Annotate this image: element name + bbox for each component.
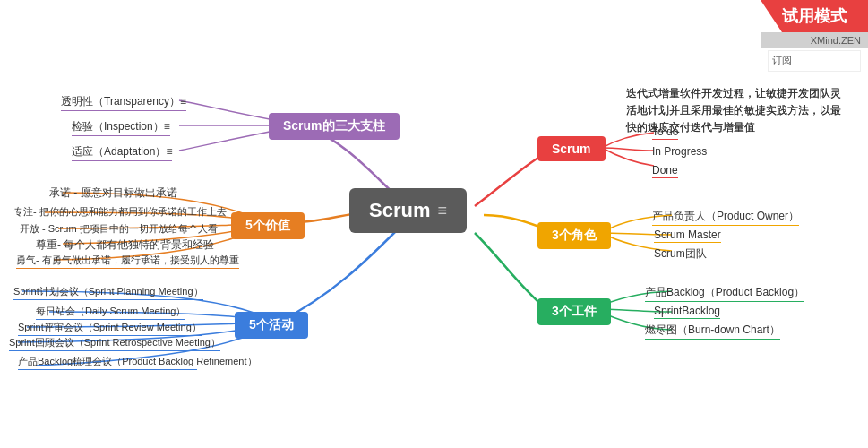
info-text: 迭代式增量软件开发过程，让敏捷开发团队灵活地计划并且采用最佳的敏捷实践方法，以最… [626,87,841,134]
leaf-sprint-retro: Sprint回顾会议（Sprint Retrospective Meeting） [9,336,220,351]
leaf-scrum-master: Scrum Master [654,228,721,243]
branch-three-pillars-label: Scrum的三大支柱 [283,118,385,133]
branch-five-values: 5个价值 [231,212,305,239]
leaf-commitment: 承诺 - 愿意对目标做出承诺 [49,185,177,202]
trial-action-box[interactable]: 订阅 [768,50,861,72]
leaf-focus: 专注- 把你的心思和能力都用到你承诺的工作上去 [13,205,227,220]
branch-three-artifacts: 3个工件 [537,298,611,325]
leaf-product-owner: 产品负责人（Product Owner） [652,209,799,226]
branch-five-activities-label: 5个活动 [249,317,294,332]
leaf-daily-scrum: 每日站会（Daily Scrum Meeting） [36,305,185,320]
leaf-done: Done [652,164,678,178]
branch-five-activities: 5个活动 [235,312,308,339]
leaf-scrum-team: Scrum团队 [654,246,707,263]
leaf-courage: 勇气- 有勇气做出承诺，履行承诺，接受别人的尊重 [16,254,239,269]
leaf-burndown: 燃尽图（Burn-down Chart） [645,323,780,340]
leaf-inspection: 检验（Inspection）≡ [72,119,170,136]
leaf-sprint-backlog: SprintBacklog [654,305,720,319]
leaf-open: 开放 - Scrum 把项目中的一切开放给每个人看 [20,222,218,237]
branch-three-roles-label: 3个角色 [552,228,597,242]
leaf-product-backlog: 产品Backlog（Product Backlog） [645,285,804,302]
leaf-respect: 尊重- 每个人都有他独特的背景和经验 [36,237,214,254]
trial-action[interactable]: 订阅 [769,55,792,65]
trial-subtext: XMind.ZEN [761,32,868,48]
leaf-sprint-planning: Sprint计划会议（Sprint Planning Meeting） [13,285,203,300]
central-label: Scrum [369,199,430,222]
trial-text: 试用模式 [761,0,868,32]
branch-three-artifacts-label: 3个工件 [552,304,597,318]
branch-scrum-label: Scrum [552,142,591,156]
branch-three-roles: 3个角色 [537,222,611,249]
info-box: 迭代式增量软件开发过程，让敏捷开发团队灵活地计划并且采用最佳的敏捷实践方法，以最… [626,85,850,137]
central-icon: ≡ [437,202,447,220]
central-node: Scrum ≡ [349,188,467,233]
leaf-adaptation: 适应（Adaptation）≡ [72,144,172,161]
branch-scrum: Scrum [537,136,606,161]
leaf-sprint-review: Sprint评审会议（Sprint Review Meeting） [18,321,202,336]
trial-badge: 试用模式 XMind.ZEN 订阅 [761,0,868,54]
branch-three-pillars: Scrum的三大支柱 [269,113,400,140]
leaf-transparency: 透明性（Transparency）≡ [61,94,186,111]
leaf-backlog-refinement: 产品Backlog梳理会议（Product Backlog Refinement… [18,355,197,370]
branch-five-values-label: 5个价值 [245,218,290,232]
leaf-inprogress: In Progress [652,145,707,159]
